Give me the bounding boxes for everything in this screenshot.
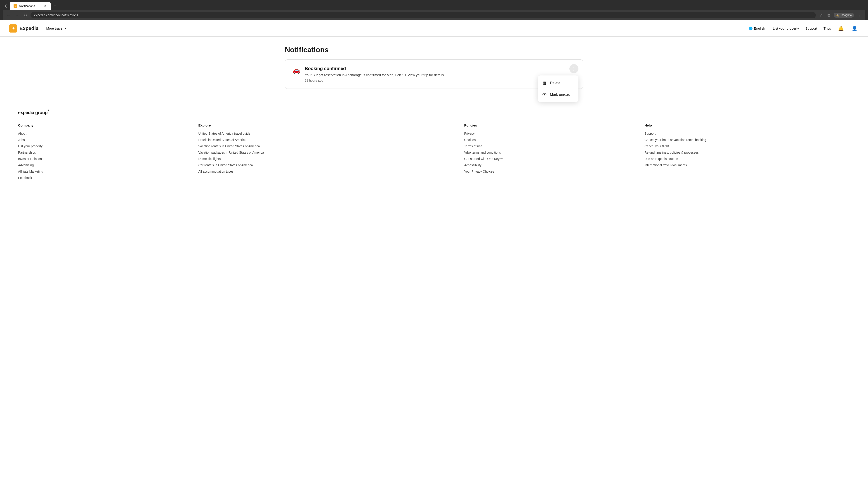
footer-link-affiliate[interactable]: Affiliate Marketing — [18, 170, 189, 173]
browser-toolbar: ← → ↻ expedia.com/inbox/notifications ☆ … — [3, 10, 865, 20]
footer-column-explore: Explore United States of America travel … — [198, 123, 455, 182]
footer-logo-sup: ° — [48, 109, 49, 113]
incognito-label: Incognito — [841, 13, 852, 17]
notification-title: Booking confirmed — [305, 66, 576, 71]
active-tab[interactable]: E Notifications × — [10, 2, 51, 10]
footer-link-travel-docs[interactable]: International travel documents — [645, 163, 850, 167]
notification-dropdown-menu: 🗑 Delete 👁 Mark unread — [538, 75, 579, 102]
footer-help-title: Help — [645, 123, 850, 127]
footer-link-refund[interactable]: Refund timelines, policies & processes — [645, 151, 850, 154]
notifications-bell-button[interactable]: 🔔 — [836, 24, 845, 33]
main-content: Notifications 🚗 Booking confirmed Your B… — [276, 37, 592, 98]
footer-link-vrbo-terms[interactable]: Vrbo terms and conditions — [464, 151, 636, 154]
delete-icon: 🗑 — [542, 80, 547, 86]
footer-link-support[interactable]: Support — [645, 132, 850, 135]
footer-policies-title: Policies — [464, 123, 636, 127]
chevron-down-icon: ▾ — [64, 26, 66, 31]
globe-icon: 🌐 — [748, 26, 753, 31]
logo-icon: ✈ — [9, 24, 17, 33]
footer-link-privacy[interactable]: Privacy — [464, 132, 636, 135]
user-account-button[interactable]: 👤 — [850, 24, 859, 33]
footer-link-jobs[interactable]: Jobs — [18, 138, 189, 142]
footer-link-domestic-flights[interactable]: Domestic flights — [198, 157, 455, 161]
expedia-logo[interactable]: ✈ Expedia — [9, 24, 38, 33]
browser-menu-icon[interactable]: ⋮ — [856, 12, 863, 19]
tab-favicon: E — [13, 4, 17, 8]
incognito-icon: 🕵 — [836, 13, 839, 17]
footer-link-cancel-flight[interactable]: Cancel your flight — [645, 144, 850, 148]
forward-button[interactable]: → — [14, 12, 20, 18]
trips-link[interactable]: Trips — [823, 25, 832, 32]
footer-link-usa-vacation-packages[interactable]: Vacation packages in United States of Am… — [198, 151, 455, 154]
more-travel-label: More travel — [46, 26, 63, 30]
user-icon: 👤 — [852, 26, 857, 31]
delete-label: Delete — [550, 81, 560, 85]
footer-link-car-rentals[interactable]: Car rentals in United States of America — [198, 163, 455, 167]
footer-company-title: Company — [18, 123, 189, 127]
notification-car-icon: 🚗 — [292, 66, 300, 74]
browser-chrome: ❮ E Notifications × + ← → ↻ expedia.com/… — [0, 0, 868, 20]
new-tab-button[interactable]: + — [52, 2, 59, 9]
toolbar-actions: ☆ ⧉ 🕵 Incognito ⋮ — [818, 12, 863, 19]
bell-icon: 🔔 — [838, 26, 844, 31]
address-bar[interactable]: expedia.com/inbox/notifications — [31, 12, 816, 18]
split-view-icon[interactable]: ⧉ — [826, 12, 832, 19]
footer-column-company: Company About Jobs List your property Pa… — [18, 123, 189, 182]
footer-link-usa-vacation-rentals[interactable]: Vacation rentals in United States of Ame… — [198, 144, 455, 148]
footer-link-cookies[interactable]: Cookies — [464, 138, 636, 142]
footer-link-advertising[interactable]: Advertising — [18, 163, 189, 167]
page-title: Notifications — [285, 46, 583, 54]
tab-close-button[interactable]: × — [43, 4, 47, 8]
header-left: ✈ Expedia More travel ▾ — [9, 24, 68, 33]
footer-link-terms[interactable]: Terms of use — [464, 144, 636, 148]
site-header: ✈ Expedia More travel ▾ 🌐 English List y… — [0, 20, 868, 37]
notification-menu-button[interactable]: ⋮ — [569, 64, 579, 73]
footer-link-accessibility[interactable]: Accessibility — [464, 163, 636, 167]
list-property-link[interactable]: List your property — [772, 25, 800, 32]
footer-link-partnerships[interactable]: Partnerships — [18, 151, 189, 154]
mark-unread-menu-item[interactable]: 👁 Mark unread — [538, 89, 579, 100]
footer-link-about[interactable]: About — [18, 132, 189, 135]
tab-arrow-left[interactable]: ❮ — [3, 3, 9, 8]
footer-explore-title: Explore — [198, 123, 455, 127]
bookmark-icon[interactable]: ☆ — [818, 12, 825, 19]
more-travel-button[interactable]: More travel ▾ — [44, 25, 68, 32]
logo-text: Expedia — [20, 26, 38, 31]
header-right: 🌐 English List your property Support Tri… — [746, 24, 859, 33]
notification-timestamp: 21 hours ago — [305, 78, 576, 82]
footer-link-coupon[interactable]: Use an Expedia coupon — [645, 157, 850, 161]
language-button[interactable]: 🌐 English — [746, 25, 767, 32]
notification-body: Booking confirmed Your Budget reservatio… — [305, 66, 576, 82]
url-display: expedia.com/inbox/notifications — [34, 13, 812, 17]
browser-tabs: ❮ E Notifications × + — [3, 2, 865, 10]
page-wrapper: ✈ Expedia More travel ▾ 🌐 English List y… — [0, 20, 868, 488]
footer-link-usa-hotels[interactable]: Hotels in United States of America — [198, 138, 455, 142]
site-footer: expedia group° Company About Jobs List y… — [0, 98, 868, 193]
refresh-button[interactable]: ↻ — [23, 12, 28, 18]
footer-columns: Company About Jobs List your property Pa… — [18, 123, 850, 182]
tab-title: Notifications — [19, 4, 41, 8]
footer-link-list-property[interactable]: List your property — [18, 144, 189, 148]
footer-link-cancel-hotel[interactable]: Cancel your hotel or vacation rental boo… — [645, 138, 850, 142]
notification-card: 🚗 Booking confirmed Your Budget reservat… — [285, 59, 583, 89]
mark-unread-icon: 👁 — [542, 92, 547, 97]
footer-link-feedback[interactable]: Feedback — [18, 176, 189, 180]
mark-unread-label: Mark unread — [550, 93, 570, 97]
support-link[interactable]: Support — [804, 25, 818, 32]
footer-link-accommodation-types[interactable]: All accommodation types — [198, 170, 455, 173]
incognito-badge: 🕵 Incognito — [834, 13, 854, 18]
language-label: English — [754, 26, 765, 30]
footer-link-investor[interactable]: Investor Relations — [18, 157, 189, 161]
footer-column-help: Help Support Cancel your hotel or vacati… — [645, 123, 850, 182]
tab-strip: ❮ E Notifications × + — [3, 2, 59, 10]
back-button[interactable]: ← — [5, 12, 12, 18]
footer-logo: expedia group° — [18, 109, 850, 115]
notification-description: Your Budget reservation in Anchorage is … — [305, 73, 576, 77]
footer-link-one-key[interactable]: Get started with One Key™ — [464, 157, 636, 161]
delete-menu-item[interactable]: 🗑 Delete — [538, 77, 579, 89]
footer-column-policies: Policies Privacy Cookies Terms of use Vr… — [464, 123, 636, 182]
footer-link-usa-guide[interactable]: United States of America travel guide — [198, 132, 455, 135]
footer-link-privacy-choices[interactable]: Your Privacy Choices — [464, 170, 636, 173]
